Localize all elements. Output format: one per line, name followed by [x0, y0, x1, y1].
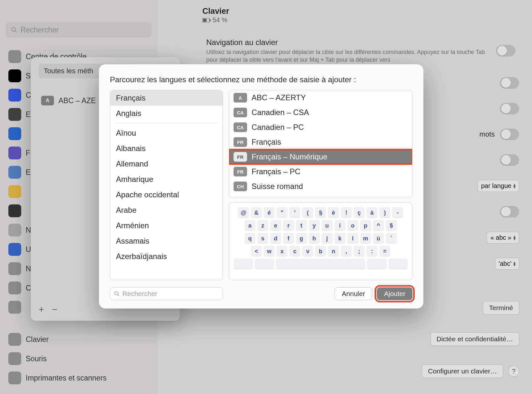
layout-label: Français — [252, 138, 281, 147]
keyboard-layout-item[interactable]: FRFrançais – PC — [229, 164, 412, 179]
configure-keyboard-button[interactable]: Configurer un clavier… — [422, 364, 503, 378]
toggle-keyboard-navigation[interactable] — [496, 45, 515, 57]
keyboard-key: ç — [354, 207, 365, 218]
toggle-a[interactable] — [500, 77, 519, 89]
keyboard-key: - — [392, 207, 403, 218]
keyboard-key: ^ — [373, 220, 384, 231]
language-item[interactable]: Albanais — [110, 141, 223, 156]
language-item[interactable]: Français — [110, 90, 223, 106]
toggle-b[interactable] — [500, 103, 519, 114]
keyboard-layout-item[interactable]: AABC – AZERTY — [229, 90, 412, 105]
add-input-button[interactable]: + — [39, 304, 44, 315]
language-item[interactable]: Azerbaïdjanais — [110, 249, 223, 264]
keyboard-key: à — [367, 207, 377, 218]
keyboard-layout-item[interactable]: FRFrançais — [229, 135, 412, 149]
flower-icon — [8, 147, 21, 159]
keyboard-key: $ — [386, 220, 397, 231]
language-list[interactable]: FrançaisAnglaisAïnouAlbanaisAllemandAmha… — [110, 90, 223, 280]
chevron-updown-icon: ▴▾ — [513, 235, 516, 240]
users-icon — [8, 243, 21, 256]
keyboard-row: <wxcvbn,;:= — [234, 246, 408, 257]
select-single-quote[interactable]: 'abc' ▴▾ — [495, 258, 519, 270]
keyboard-key: r — [283, 220, 294, 231]
sidebar-item-label: N — [26, 264, 31, 273]
sheet-search[interactable]: Rechercher — [110, 287, 223, 300]
sidebar-item-label: Imprimantes et scanners — [26, 374, 107, 382]
language-item[interactable]: Anglais — [110, 106, 223, 121]
toggle-d[interactable] — [500, 154, 519, 166]
display-icon — [8, 127, 21, 140]
toggle-e[interactable] — [500, 206, 519, 218]
layout-badge: CA — [234, 108, 247, 117]
keyboard-key: § — [315, 207, 326, 218]
toggle-c[interactable] — [500, 129, 519, 140]
input-source-badge: A — [41, 96, 54, 105]
language-item[interactable]: Assamais — [110, 233, 223, 249]
add-button[interactable]: Ajouter — [377, 287, 412, 300]
keyboard-row: qsdfghjklmù` — [234, 233, 408, 244]
keyboard-layout-list[interactable]: AABC – AZERTYCACanadien – CSACACanadien … — [229, 90, 412, 198]
keyboard-key: q — [244, 233, 255, 244]
keyboard-layout-item[interactable]: CHSuisse romand — [229, 179, 412, 194]
keyboard-key: p — [360, 220, 371, 231]
layout-badge: CH — [234, 182, 247, 191]
layout-badge: FR — [234, 167, 247, 176]
keyboard-icon — [8, 333, 21, 346]
keyboard-key: o — [347, 220, 358, 231]
select-by-language[interactable]: par langue ▴▾ — [477, 180, 519, 192]
add-input-method-sheet: Parcourez les langues et sélectionnez un… — [99, 64, 423, 309]
help-button[interactable]: ? — [508, 366, 519, 377]
sidebar-item[interactable]: Souris — [6, 349, 152, 368]
cancel-button[interactable]: Annuler — [334, 287, 372, 300]
keyboard-layout-item[interactable]: FRFrançais – Numérique — [229, 149, 412, 164]
sidebar-item-label: Souris — [26, 354, 47, 363]
rainbow-icon — [8, 301, 21, 314]
svg-line-6 — [118, 294, 119, 296]
at-icon — [8, 282, 21, 294]
key-icon — [8, 262, 21, 275]
language-item[interactable]: Amharique — [110, 172, 223, 187]
sidebar-item-label: C — [26, 284, 31, 292]
keyboard-key: f — [283, 233, 294, 244]
settings-window: Rechercher Centre de contrôleSCEFENUNC C… — [0, 0, 532, 394]
language-item[interactable]: Arabe — [110, 202, 223, 218]
keyboard-key: è — [328, 207, 339, 218]
keyboard-key — [234, 259, 253, 270]
keyboard-layout-item[interactable]: CACanadien – CSA — [229, 105, 412, 120]
layout-label: Canadien – CSA — [252, 108, 309, 117]
done-button[interactable]: Terminé — [483, 301, 519, 315]
control-center-icon — [8, 50, 21, 63]
keyboard-key — [255, 259, 274, 270]
sidebar-item[interactable]: Imprimantes et scanners — [6, 368, 152, 388]
keyboard-key: ' — [289, 207, 300, 218]
row-keyboard-navigation: Navigation au clavier Utilisez la naviga… — [202, 33, 519, 68]
language-item[interactable]: Allemand — [110, 156, 223, 172]
row-description: Utilisez la navigation clavier pour dépl… — [206, 48, 495, 64]
layout-label: ABC – AZERTY — [252, 93, 306, 102]
keyboard-key: v — [302, 246, 313, 257]
keyboard-key: a — [244, 220, 255, 231]
panel-footer: + − — [39, 304, 58, 315]
sidebar-item[interactable]: Clavier — [6, 330, 152, 349]
svg-rect-3 — [210, 19, 211, 21]
keyboard-key: w — [264, 246, 275, 257]
sidebar-search[interactable]: Rechercher — [6, 22, 152, 37]
search-icon — [114, 291, 120, 297]
sheet-search-placeholder: Rechercher — [122, 290, 157, 298]
keyboard-key: " — [277, 207, 288, 218]
keyboard-key: ù — [373, 233, 384, 244]
select-double-quote[interactable]: « abc » ▴▾ — [487, 232, 519, 244]
sidebar-item-label: S — [26, 72, 31, 80]
battery-status: 54 % — [202, 16, 519, 24]
language-item[interactable]: Arménien — [110, 218, 223, 233]
remove-input-button[interactable]: − — [52, 304, 58, 315]
dictation-privacy-button[interactable]: Dictée et confidentialité… — [430, 332, 519, 346]
keyboard-key: é — [264, 207, 275, 218]
language-item[interactable]: Apache occidental — [110, 187, 223, 202]
keyboard-key: , — [341, 246, 352, 257]
sidebar-item-label: Clavier — [26, 335, 49, 344]
layout-label: Français – Numérique — [252, 152, 327, 161]
keyboard-layout-item[interactable]: CACanadien – PC — [229, 120, 412, 135]
keyboard-key: ! — [341, 207, 352, 218]
language-item[interactable]: Aïnou — [110, 125, 223, 141]
